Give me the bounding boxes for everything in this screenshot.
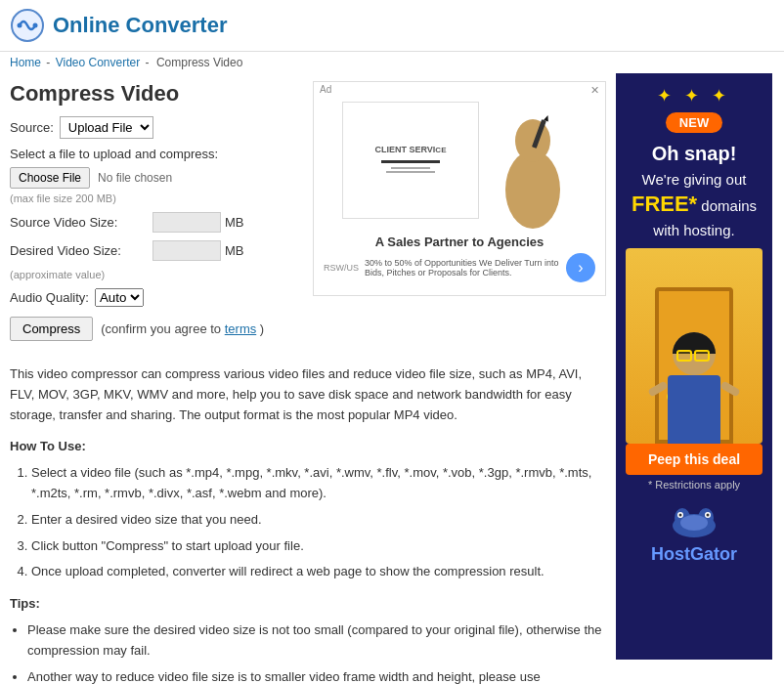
audio-row: Audio Quality: Auto bbox=[10, 288, 303, 307]
site-title: Online Converter bbox=[53, 13, 227, 38]
ad-title: A Sales Partner to Agencies bbox=[366, 235, 553, 249]
hostgator-brand-text: HostGator bbox=[626, 544, 762, 565]
compress-button[interactable]: Compress bbox=[10, 317, 93, 341]
source-size-input[interactable] bbox=[152, 212, 221, 233]
hostgator-logo-icon bbox=[665, 498, 723, 537]
list-item: Once upload completed, converter will re… bbox=[31, 562, 606, 582]
audio-select[interactable]: Auto bbox=[95, 288, 144, 307]
page-title: Compress Video bbox=[10, 81, 303, 107]
list-item: Another way to reduce video file size is… bbox=[27, 667, 606, 684]
description-area: This video compressor can compress vario… bbox=[10, 364, 606, 684]
svg-point-4 bbox=[515, 119, 550, 162]
main-description: This video compressor can compress vario… bbox=[10, 364, 606, 425]
instruction-text: Select a file to upload and compress: bbox=[10, 147, 303, 161]
list-item: Click button "Compress" to start upload … bbox=[31, 536, 606, 557]
content-area: Compress Video Source: Upload File Selec… bbox=[0, 73, 616, 684]
svg-point-12 bbox=[679, 513, 682, 516]
terms-link[interactable]: terms bbox=[225, 321, 257, 336]
list-item: Enter a desired video size that you need… bbox=[31, 510, 606, 531]
rswus-label: RSW/US bbox=[324, 263, 359, 273]
breadcrumb: Home - Video Converter - Compress Video bbox=[0, 52, 784, 73]
source-size-unit: MB bbox=[225, 215, 244, 230]
source-size-row: Source Video Size: MB bbox=[10, 212, 303, 233]
sidebar-ad: ✦ ✦ ✦ NEW Oh snap! We're giving out FREE… bbox=[616, 73, 772, 660]
content-with-ad: Compress Video Source: Upload File Selec… bbox=[10, 81, 606, 349]
breadcrumb-home[interactable]: Home bbox=[10, 56, 41, 69]
list-item: Select a video file (such as *.mp4, *.mp… bbox=[31, 463, 606, 504]
main-layout: Compress Video Source: Upload File Selec… bbox=[0, 73, 784, 684]
top-ad-banner: Ad ✕ CLIENT SERVICE bbox=[313, 81, 606, 296]
source-size-label: Source Video Size: bbox=[10, 215, 147, 230]
person bbox=[668, 332, 720, 444]
desired-size-unit: MB bbox=[225, 243, 244, 258]
ad-arrow-button[interactable]: › bbox=[566, 253, 595, 282]
desired-size-label: Desired Video Size: bbox=[10, 243, 147, 258]
header: Online Converter bbox=[0, 0, 784, 52]
svg-point-2 bbox=[33, 23, 38, 28]
svg-point-13 bbox=[707, 513, 710, 516]
tips-list: Please make sure the desired video size … bbox=[10, 620, 606, 684]
right-sidebar: ✦ ✦ ✦ NEW Oh snap! We're giving out FREE… bbox=[616, 73, 772, 684]
new-badge: NEW bbox=[666, 112, 722, 133]
content-right-ad: Ad ✕ CLIENT SERVICE bbox=[303, 81, 606, 349]
source-select[interactable]: Upload File bbox=[60, 116, 153, 139]
choose-file-button[interactable]: Choose File bbox=[10, 167, 90, 189]
list-item: Please make sure the desired video size … bbox=[27, 620, 606, 662]
content-left: Compress Video Source: Upload File Selec… bbox=[10, 81, 303, 349]
ad-paper-text: CLIENT SERVICE bbox=[375, 145, 447, 175]
file-section: Choose File No file chosen bbox=[10, 167, 303, 189]
svg-point-14 bbox=[680, 515, 708, 531]
desired-size-input[interactable] bbox=[152, 240, 221, 261]
glasses bbox=[676, 350, 710, 362]
compress-row: Compress (confirm you agree to terms ) bbox=[10, 317, 303, 341]
giving-text: We're giving out FREE* domains with host… bbox=[624, 169, 764, 240]
breadcrumb-current: Compress Video bbox=[156, 56, 243, 69]
oh-snap-text: Oh snap! bbox=[652, 143, 737, 165]
confirm-text: (confirm you agree to terms ) bbox=[101, 321, 264, 336]
steps-list: Select a video file (such as *.mp4, *.mp… bbox=[10, 463, 606, 582]
logo-icon bbox=[10, 8, 45, 43]
peep-deal-button[interactable]: Peep this deal bbox=[626, 444, 762, 475]
free-text: FREE* bbox=[632, 192, 697, 216]
source-row: Source: Upload File bbox=[10, 116, 303, 139]
tips-title: Tips: bbox=[10, 594, 606, 615]
source-label: Source: bbox=[10, 120, 54, 135]
desired-size-row: Desired Video Size: MB bbox=[10, 240, 303, 261]
breadcrumb-video-converter[interactable]: Video Converter bbox=[56, 56, 141, 69]
how-to-title: How To Use: bbox=[10, 437, 606, 457]
hostgator-footer: HostGator bbox=[626, 498, 762, 565]
hand-svg bbox=[499, 111, 567, 229]
restrictions-text: * Restrictions apply bbox=[648, 479, 740, 491]
approx-note: (approximate value) bbox=[10, 269, 303, 280]
ad-subtitle: 30% to 50% of Opportunities We Deliver T… bbox=[365, 258, 566, 278]
ad-stars: ✦ ✦ ✦ bbox=[657, 85, 730, 107]
audio-label: Audio Quality: bbox=[10, 290, 89, 305]
svg-point-1 bbox=[18, 23, 22, 28]
no-file-text: No file chosen bbox=[98, 171, 172, 185]
illustration bbox=[626, 248, 762, 444]
max-file-note: (max file size 200 MB) bbox=[10, 192, 303, 204]
